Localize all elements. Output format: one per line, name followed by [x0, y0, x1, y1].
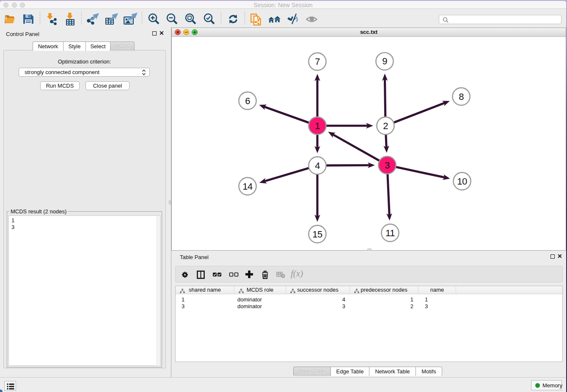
svg-text:6: 6	[245, 96, 250, 106]
svg-text:3: 3	[385, 160, 390, 171]
svg-text:4: 4	[315, 160, 320, 171]
svg-text:7: 7	[315, 56, 320, 67]
svg-text:10: 10	[457, 176, 467, 187]
svg-text:1: 1	[315, 121, 320, 131]
svg-text:11: 11	[385, 228, 395, 238]
svg-text:2: 2	[383, 121, 388, 131]
svg-text:15: 15	[312, 229, 322, 240]
svg-text:9: 9	[382, 56, 387, 66]
svg-text:8: 8	[459, 91, 464, 102]
svg-text:14: 14	[242, 181, 253, 192]
